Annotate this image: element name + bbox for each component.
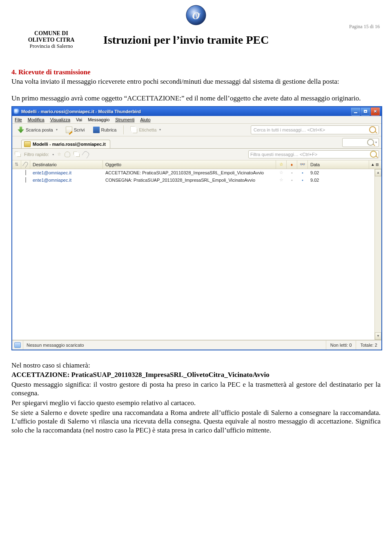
message-row[interactable]: ente1@omniapec.it CONSEGNA: PraticaSUAP_… xyxy=(12,176,381,184)
tag-label: Etichetta xyxy=(139,127,156,132)
row-date: 9.02 xyxy=(308,178,369,183)
thunderbird-icon xyxy=(14,109,20,114)
menu-message[interactable]: Messaggio xyxy=(88,117,109,122)
window-title: Modelli - mario.rossi@omniapec.it - Mozi… xyxy=(21,109,141,114)
column-read-icon[interactable]: 👓 xyxy=(297,160,308,169)
address-book-button[interactable]: Rubrica xyxy=(90,125,120,134)
message-list: ente1@omniapec.it ACCETTAZIONE: PraticaS… xyxy=(12,169,381,340)
row-date: 9.02 xyxy=(308,170,369,175)
tab-label: Modelli - mario.rossi@omniapec.it xyxy=(33,142,106,147)
tab-strip: Modelli - mario.rossi@omniapec.it ▾ xyxy=(12,136,381,149)
filter-search-input[interactable]: Filtra questi messaggi… <Ctrl+F> xyxy=(248,150,379,158)
quick-search-dropdown[interactable]: ▾ xyxy=(342,138,379,147)
comune-block: COMUNE DI OLIVETO CITRA Provincia di Sal… xyxy=(11,30,91,49)
filter-starred-icon[interactable]: ☆ xyxy=(57,152,61,157)
after-p3: Questo messaggio significa: il vostro ge… xyxy=(11,380,381,398)
column-headers: ⇅ Destinatario Oggetto ☆ ♦ 👓 Data ▴⊞ xyxy=(12,160,381,169)
comune-line-1: COMUNE DI xyxy=(11,30,91,37)
row-recipient: ente1@omniapec.it xyxy=(30,170,103,175)
after-p5: Se siete a Salerno e dovete spedire una … xyxy=(11,408,381,435)
main-toolbar: Scarica posta Scrivi Rubrica Etichetta C… xyxy=(12,124,381,136)
compose-icon xyxy=(66,127,72,133)
menu-bar: File Modifica Visualizza Vai Messaggio S… xyxy=(12,116,381,124)
window-maximize-button[interactable] xyxy=(361,107,370,116)
menu-edit[interactable]: Modifica xyxy=(28,117,45,122)
global-search-placeholder: Cerca in tutti i messaggi… <Ctrl+K> xyxy=(254,127,325,132)
global-search-input[interactable]: Cerca in tutti i messaggi… <Ctrl+K> xyxy=(251,125,379,134)
comune-logo: O V xyxy=(11,4,381,26)
column-recipient[interactable]: Destinatario xyxy=(30,160,103,169)
column-attachment-icon[interactable] xyxy=(21,160,30,169)
scrollbar-vertical[interactable]: ▲ ▼ xyxy=(374,169,381,340)
menu-go[interactable]: Vai xyxy=(76,117,82,122)
download-icon xyxy=(18,127,24,133)
after-p1: Nel nostro caso si chiamerà: xyxy=(11,361,381,370)
status-unread: Non letti: 0 xyxy=(326,341,356,350)
status-message: Nessun messaggio scaricato xyxy=(23,343,326,348)
filter-contacts-icon[interactable] xyxy=(65,152,70,157)
menu-view[interactable]: Visualizza xyxy=(50,117,70,122)
magnifier-icon xyxy=(369,126,376,133)
filter-attachments-icon[interactable] xyxy=(82,150,90,158)
column-subject[interactable]: Oggetto xyxy=(103,160,276,169)
row-subject: CONSEGNA: PraticaSUAP_20110328_ImpresaSR… xyxy=(103,178,276,183)
filter-search-placeholder: Filtra questi messaggi… <Ctrl+F> xyxy=(250,152,317,157)
menu-tools[interactable]: Strumenti xyxy=(115,117,134,122)
page-number: Pagina 15 di 16 xyxy=(349,24,380,30)
column-picker[interactable]: ▴⊞ xyxy=(369,160,381,169)
folder-icon xyxy=(24,141,31,147)
tag-button[interactable]: Etichetta xyxy=(128,125,163,134)
menu-file[interactable]: File xyxy=(15,117,22,122)
toolbar-separator xyxy=(123,125,124,134)
tab-models[interactable]: Modelli - mario.rossi@omniapec.it xyxy=(21,140,110,148)
column-star-icon[interactable]: ☆ xyxy=(276,160,287,169)
section-heading: 4. Ricevute di trasmissione xyxy=(11,68,381,76)
intro-paragraph-1: Una volta inviato il messaggio riceveret… xyxy=(11,77,381,86)
comune-line-2: OLIVETO CITRA xyxy=(11,37,91,43)
magnifier-icon xyxy=(370,151,377,158)
intro-paragraph-2: Un primo messaggio avrà come oggetto “AC… xyxy=(11,94,381,103)
quick-filter-icon xyxy=(15,152,21,157)
thunderbird-window: Modelli - mario.rossi@omniapec.it - Mozi… xyxy=(11,106,382,350)
status-total: Totale: 2 xyxy=(356,341,381,350)
address-book-icon xyxy=(93,127,100,133)
row-recipient: ente1@omniapec.it xyxy=(30,178,103,183)
page-title: Istruzioni per l’invio tramite PEC xyxy=(103,33,269,47)
quick-filter-bar: Filtro rapido: • ☆ Filtra questi messagg… xyxy=(12,149,381,160)
menu-help[interactable]: Aiuto xyxy=(140,117,150,122)
row-subject: ACCETTAZIONE: PraticaSUAP_20110328_Impre… xyxy=(103,170,276,175)
scroll-down-button[interactable]: ▼ xyxy=(375,332,381,340)
message-row[interactable]: ente1@omniapec.it ACCETTAZIONE: PraticaS… xyxy=(12,169,381,176)
after-p4: Per spiegarvi meglio vi faccio questo es… xyxy=(11,399,381,408)
tag-icon xyxy=(130,126,137,133)
activity-icon xyxy=(14,342,21,348)
comune-line-3: Provincia di Salerno xyxy=(11,43,91,49)
magnifier-icon xyxy=(367,139,374,146)
window-minimize-button[interactable] xyxy=(351,107,360,116)
scroll-up-button[interactable]: ▲ xyxy=(375,169,381,176)
column-junk-icon[interactable]: ♦ xyxy=(287,160,297,169)
address-book-label: Rubrica xyxy=(101,127,117,132)
window-title-bar[interactable]: Modelli - mario.rossi@omniapec.it - Mozi… xyxy=(12,107,381,116)
write-button[interactable]: Scrivi xyxy=(63,125,88,134)
window-close-button[interactable] xyxy=(371,107,380,116)
get-mail-label: Scarica posta xyxy=(26,127,53,132)
quick-filter-label: Filtro rapido: xyxy=(24,152,49,157)
after-p2: ACCETTAZIONE: PraticaSUAP_20110328_Impre… xyxy=(11,370,381,379)
status-bar: Nessun messaggio scaricato Non letti: 0 … xyxy=(12,340,381,350)
column-thread[interactable]: ⇅ xyxy=(12,160,21,169)
get-mail-button[interactable]: Scarica posta xyxy=(15,125,60,134)
filter-tags-icon[interactable] xyxy=(74,152,80,157)
column-date[interactable]: Data xyxy=(308,160,369,169)
activity-indicator[interactable] xyxy=(12,341,23,350)
write-label: Scrivi xyxy=(74,127,85,132)
